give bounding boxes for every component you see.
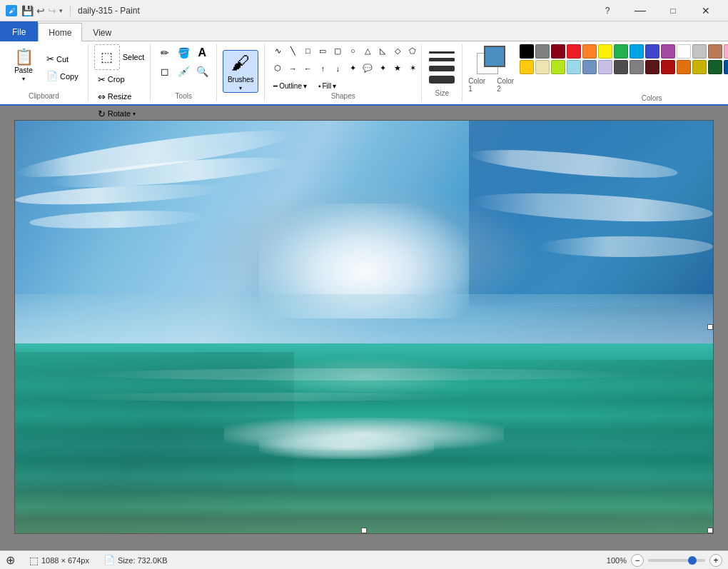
swatch-darkest-red[interactable]: [645, 60, 659, 74]
resize-handle-corner[interactable]: [707, 528, 713, 533]
shape-pentagon[interactable]: ⬠: [405, 44, 420, 57]
crop-button[interactable]: ✂ Crop: [94, 71, 128, 87]
text-tool[interactable]: A: [193, 44, 211, 61]
shape-star5[interactable]: ★: [390, 62, 405, 75]
swatch-cream[interactable]: [535, 60, 550, 74]
swatch-dark-orange[interactable]: [677, 60, 691, 74]
shape-star4[interactable]: ✦: [375, 62, 390, 75]
size-4[interactable]: [429, 76, 455, 84]
shape-hex[interactable]: ⬡: [271, 62, 285, 75]
swatch-gray[interactable]: [535, 44, 550, 59]
swatch-cornflower[interactable]: [582, 60, 597, 74]
swatch-brown[interactable]: [708, 44, 722, 59]
swatch-olive[interactable]: [692, 60, 707, 74]
shape-right-arrow[interactable]: →: [285, 62, 300, 75]
shape-line[interactable]: ╲: [285, 44, 300, 57]
swatch-lightgray[interactable]: [692, 44, 707, 59]
shape-rect2[interactable]: ▭: [315, 44, 330, 57]
fill-button[interactable]: ▪ Fill▾: [315, 81, 339, 91]
shape-left-arrow[interactable]: ←: [300, 62, 315, 75]
add-button-status[interactable]: ⊕: [6, 553, 15, 567]
shape-diamond[interactable]: ◇: [390, 44, 405, 57]
image-group: ⬚ Select ✂ Crop ⇔ Resize ↻ Rotate ▾ Imag…: [89, 44, 151, 101]
undo-icon[interactable]: ↩: [36, 5, 45, 16]
swatch-white[interactable]: [677, 44, 691, 59]
swatch-indigo[interactable]: [645, 44, 659, 59]
zoom-tool[interactable]: 🔍: [193, 63, 211, 80]
swatch-yellow[interactable]: [598, 44, 612, 59]
pencil-tool[interactable]: ✏: [156, 44, 173, 61]
tab-file[interactable]: File: [0, 21, 38, 41]
swatch-green[interactable]: [614, 44, 628, 59]
size-3[interactable]: [429, 66, 455, 71]
outline-button[interactable]: ━ Outline▾: [271, 81, 310, 91]
redo-icon[interactable]: ↪: [48, 5, 56, 16]
shape-up-arrow[interactable]: ↑: [315, 62, 330, 75]
shape-round-rect[interactable]: ▢: [330, 44, 345, 57]
swatch-blue[interactable]: [630, 44, 644, 59]
eraser-tool[interactable]: ◻: [156, 63, 173, 80]
color1-swatch[interactable]: [484, 46, 505, 67]
resize-button[interactable]: ⇔ Resize: [94, 89, 136, 104]
swatch-pink[interactable]: [724, 44, 728, 59]
swatch-lightblue[interactable]: [567, 60, 581, 74]
shape-star6[interactable]: ✶: [405, 62, 420, 75]
resize-handle-bottom[interactable]: [361, 528, 367, 533]
size-1[interactable]: [429, 51, 455, 54]
tab-view[interactable]: View: [82, 23, 122, 41]
resize-handle-right[interactable]: [707, 324, 713, 330]
shape-ellipse[interactable]: ○: [345, 44, 360, 57]
wave-line-2: [50, 393, 469, 401]
swatch-dark-green[interactable]: [708, 60, 722, 74]
copy-button[interactable]: 📄 Copy: [43, 69, 82, 84]
rotate-button[interactable]: ↻ Rotate ▾: [94, 106, 139, 121]
swatch-black[interactable]: [520, 44, 534, 59]
swatch-lavender[interactable]: [598, 60, 612, 74]
help-button[interactable]: ?: [591, 0, 624, 21]
fill-tool[interactable]: 🪣: [175, 44, 192, 61]
maximize-button[interactable]: □: [657, 0, 689, 21]
minimize-button[interactable]: —: [624, 0, 657, 21]
select-button[interactable]: ⬚: [94, 44, 120, 70]
swatch-gold[interactable]: [520, 60, 534, 74]
shape-right-tri[interactable]: ◺: [375, 44, 390, 57]
close-button[interactable]: ✕: [689, 0, 722, 21]
swatch-gray2[interactable]: [630, 60, 644, 74]
swatch-dark-red2[interactable]: [661, 60, 675, 74]
shape-triangle[interactable]: △: [360, 44, 375, 57]
color-palette: [520, 44, 728, 74]
shape-rect[interactable]: □: [300, 44, 315, 57]
paste-button[interactable]: 📋 Paste ▾: [6, 44, 41, 87]
save-icon[interactable]: 💾: [21, 5, 34, 16]
shapes-group: ∿ ╲ □ ▭ ▢ ○ △ ◺ ◇ ⬠ ⬡ → ← ↑ ↓ ✦ 💬 ✦ ★ ✶: [265, 44, 422, 101]
colorpick-tool[interactable]: 💉: [175, 63, 192, 80]
file-size-status: 📄 Size: 732.0KB: [103, 555, 168, 565]
zoom-thumb[interactable]: [688, 556, 697, 565]
swatch-purple[interactable]: [661, 44, 675, 59]
canvas-size-status: ⬚ 1088 × 674px: [29, 555, 89, 566]
zoom-out-button[interactable]: −: [631, 554, 644, 567]
color1-label: Color1: [468, 77, 485, 93]
swatch-darkgray2[interactable]: [614, 60, 628, 74]
dropdown-icon[interactable]: ▾: [59, 7, 63, 14]
brushes-group: 🖌 Brushes ▾: [217, 44, 265, 101]
swatch-dark-blue[interactable]: [724, 60, 728, 74]
swatch-lime[interactable]: [551, 60, 565, 74]
window-controls: ? — □ ✕: [591, 0, 722, 21]
canvas-area[interactable]: [0, 106, 728, 550]
shape-4-arrow[interactable]: ✦: [345, 62, 360, 75]
swatch-orange[interactable]: [582, 44, 597, 59]
shape-curve[interactable]: ∿: [271, 44, 285, 57]
swatch-red[interactable]: [567, 44, 581, 59]
zoom-in-button[interactable]: +: [709, 554, 722, 567]
shape-down-arrow[interactable]: ↓: [330, 62, 345, 75]
cut-button[interactable]: ✂ Cut: [43, 51, 82, 67]
clipboard-label: Clipboard: [29, 91, 59, 101]
brushes-button[interactable]: 🖌 Brushes ▾: [223, 50, 258, 93]
tab-home[interactable]: Home: [38, 23, 82, 41]
painting-canvas[interactable]: [14, 120, 714, 534]
zoom-slider[interactable]: [648, 559, 705, 562]
shape-callout[interactable]: 💬: [360, 62, 375, 75]
swatch-darkred[interactable]: [551, 44, 565, 59]
size-2[interactable]: [429, 58, 455, 61]
